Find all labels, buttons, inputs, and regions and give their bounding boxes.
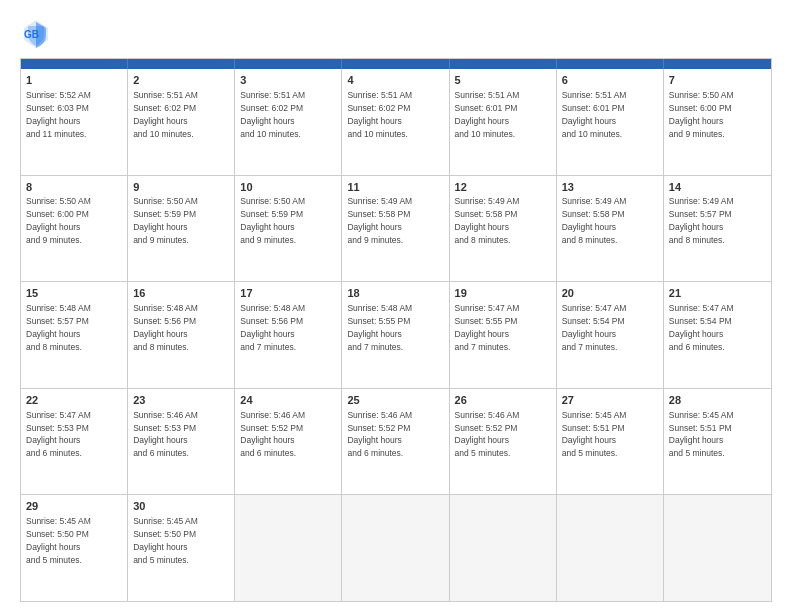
- sunrise-info: Sunrise: 5:46 AM: [133, 410, 198, 420]
- day-number: 15: [26, 286, 122, 301]
- sunset-info: Sunset: 5:53 PM: [26, 423, 89, 433]
- sunrise-info: Sunrise: 5:45 AM: [26, 516, 91, 526]
- sunrise-info: Sunrise: 5:49 AM: [347, 196, 412, 206]
- daylight-label: Daylight hours: [240, 329, 294, 339]
- daylight-label: Daylight hours: [26, 222, 80, 232]
- sunset-info: Sunset: 6:01 PM: [562, 103, 625, 113]
- sunset-info: Sunset: 5:57 PM: [669, 209, 732, 219]
- sunrise-info: Sunrise: 5:47 AM: [26, 410, 91, 420]
- calendar-cell: 5 Sunrise: 5:51 AM Sunset: 6:01 PM Dayli…: [450, 69, 557, 175]
- daylight-label: Daylight hours: [669, 116, 723, 126]
- sunset-info: Sunset: 5:52 PM: [240, 423, 303, 433]
- sunset-info: Sunset: 6:00 PM: [26, 209, 89, 219]
- sunset-info: Sunset: 5:58 PM: [347, 209, 410, 219]
- sunset-info: Sunset: 5:52 PM: [455, 423, 518, 433]
- day-number: 22: [26, 393, 122, 408]
- day-number: 30: [133, 499, 229, 514]
- calendar-week-2: 8 Sunrise: 5:50 AM Sunset: 6:00 PM Dayli…: [21, 175, 771, 282]
- sunset-info: Sunset: 5:54 PM: [562, 316, 625, 326]
- calendar-cell: 9 Sunrise: 5:50 AM Sunset: 5:59 PM Dayli…: [128, 176, 235, 282]
- daylight-label: Daylight hours: [562, 222, 616, 232]
- daylight-label: Daylight hours: [240, 435, 294, 445]
- daylight-label: Daylight hours: [347, 116, 401, 126]
- calendar-week-1: 1 Sunrise: 5:52 AM Sunset: 6:03 PM Dayli…: [21, 69, 771, 175]
- calendar-cell: 14 Sunrise: 5:49 AM Sunset: 5:57 PM Dayl…: [664, 176, 771, 282]
- sunrise-info: Sunrise: 5:50 AM: [669, 90, 734, 100]
- daylight-duration: and 6 minutes.: [133, 448, 189, 458]
- daylight-duration: and 5 minutes.: [455, 448, 511, 458]
- daylight-duration: and 5 minutes.: [26, 555, 82, 565]
- daylight-label: Daylight hours: [562, 116, 616, 126]
- daylight-label: Daylight hours: [455, 329, 509, 339]
- daylight-label: Daylight hours: [455, 435, 509, 445]
- daylight-label: Daylight hours: [133, 542, 187, 552]
- day-number: 9: [133, 180, 229, 195]
- sunset-info: Sunset: 6:03 PM: [26, 103, 89, 113]
- day-number: 5: [455, 73, 551, 88]
- daylight-duration: and 10 minutes.: [455, 129, 515, 139]
- daylight-label: Daylight hours: [669, 435, 723, 445]
- sunset-info: Sunset: 6:02 PM: [347, 103, 410, 113]
- sunset-info: Sunset: 5:57 PM: [26, 316, 89, 326]
- sunrise-info: Sunrise: 5:45 AM: [669, 410, 734, 420]
- header-sunday: [21, 59, 128, 69]
- calendar-cell: 2 Sunrise: 5:51 AM Sunset: 6:02 PM Dayli…: [128, 69, 235, 175]
- daylight-duration: and 9 minutes.: [26, 235, 82, 245]
- daylight-duration: and 6 minutes.: [240, 448, 296, 458]
- svg-text:GB: GB: [24, 29, 39, 40]
- daylight-label: Daylight hours: [133, 329, 187, 339]
- daylight-duration: and 8 minutes.: [455, 235, 511, 245]
- daylight-duration: and 10 minutes.: [133, 129, 193, 139]
- daylight-duration: and 9 minutes.: [133, 235, 189, 245]
- day-number: 3: [240, 73, 336, 88]
- calendar-cell: 23 Sunrise: 5:46 AM Sunset: 5:53 PM Dayl…: [128, 389, 235, 495]
- sunrise-info: Sunrise: 5:51 AM: [133, 90, 198, 100]
- calendar-week-5: 29 Sunrise: 5:45 AM Sunset: 5:50 PM Dayl…: [21, 494, 771, 601]
- calendar-cell: 24 Sunrise: 5:46 AM Sunset: 5:52 PM Dayl…: [235, 389, 342, 495]
- daylight-label: Daylight hours: [240, 116, 294, 126]
- day-number: 23: [133, 393, 229, 408]
- daylight-label: Daylight hours: [562, 435, 616, 445]
- day-number: 10: [240, 180, 336, 195]
- sunrise-info: Sunrise: 5:48 AM: [347, 303, 412, 313]
- sunrise-info: Sunrise: 5:49 AM: [455, 196, 520, 206]
- daylight-label: Daylight hours: [26, 329, 80, 339]
- sunrise-info: Sunrise: 5:47 AM: [562, 303, 627, 313]
- sunrise-info: Sunrise: 5:45 AM: [133, 516, 198, 526]
- calendar-page: GB 1 Sunrise: 5:52 AM Sunset: 6:03 PM Da: [0, 0, 792, 612]
- header-monday: [128, 59, 235, 69]
- sunrise-info: Sunrise: 5:49 AM: [669, 196, 734, 206]
- daylight-duration: and 5 minutes.: [562, 448, 618, 458]
- calendar-cell: 29 Sunrise: 5:45 AM Sunset: 5:50 PM Dayl…: [21, 495, 128, 601]
- sunrise-info: Sunrise: 5:47 AM: [455, 303, 520, 313]
- calendar-cell: 28 Sunrise: 5:45 AM Sunset: 5:51 PM Dayl…: [664, 389, 771, 495]
- calendar-cell: 22 Sunrise: 5:47 AM Sunset: 5:53 PM Dayl…: [21, 389, 128, 495]
- day-number: 14: [669, 180, 766, 195]
- calendar-cell: [342, 495, 449, 601]
- day-number: 27: [562, 393, 658, 408]
- daylight-duration: and 8 minutes.: [562, 235, 618, 245]
- calendar-cell: 17 Sunrise: 5:48 AM Sunset: 5:56 PM Dayl…: [235, 282, 342, 388]
- sunset-info: Sunset: 5:55 PM: [347, 316, 410, 326]
- sunrise-info: Sunrise: 5:46 AM: [347, 410, 412, 420]
- calendar-cell: [557, 495, 664, 601]
- day-number: 11: [347, 180, 443, 195]
- header-friday: [557, 59, 664, 69]
- sunset-info: Sunset: 6:01 PM: [455, 103, 518, 113]
- day-number: 20: [562, 286, 658, 301]
- sunrise-info: Sunrise: 5:48 AM: [240, 303, 305, 313]
- sunrise-info: Sunrise: 5:47 AM: [669, 303, 734, 313]
- header-tuesday: [235, 59, 342, 69]
- header-wednesday: [342, 59, 449, 69]
- calendar-cell: 21 Sunrise: 5:47 AM Sunset: 5:54 PM Dayl…: [664, 282, 771, 388]
- daylight-label: Daylight hours: [26, 116, 80, 126]
- daylight-duration: and 6 minutes.: [26, 448, 82, 458]
- header-thursday: [450, 59, 557, 69]
- daylight-duration: and 6 minutes.: [347, 448, 403, 458]
- day-number: 8: [26, 180, 122, 195]
- sunrise-info: Sunrise: 5:49 AM: [562, 196, 627, 206]
- day-number: 21: [669, 286, 766, 301]
- day-number: 17: [240, 286, 336, 301]
- sunset-info: Sunset: 5:59 PM: [240, 209, 303, 219]
- sunset-info: Sunset: 5:56 PM: [133, 316, 196, 326]
